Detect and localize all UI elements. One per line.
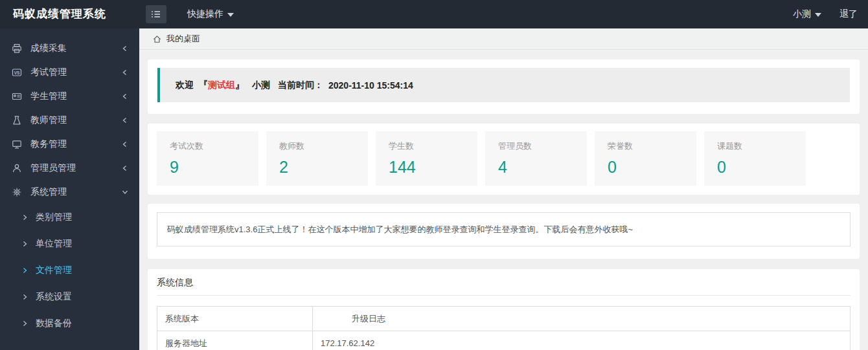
sidebar-subitem-unit-mgmt[interactable]: 单位管理 bbox=[0, 230, 139, 257]
sidebar-subitem-data-backup[interactable]: 数据备份 bbox=[0, 310, 139, 336]
sidebar-item-admin-mgmt[interactable]: 管理员管理 bbox=[0, 156, 139, 180]
vs-badge-icon: VS bbox=[12, 67, 22, 78]
sidebar-item-label: 成绩采集 bbox=[30, 43, 121, 54]
sidebar-subitem-label: 文件管理 bbox=[36, 265, 72, 276]
current-time-label: 当前时间： bbox=[278, 80, 323, 91]
stat-value: 2 bbox=[279, 158, 368, 177]
user-menu[interactable]: 小测 bbox=[793, 8, 821, 20]
quick-actions-label: 快捷操作 bbox=[187, 8, 223, 20]
stat-card-topic-count: 课题数 0 bbox=[704, 131, 806, 186]
sidebar-subitem-system-settings[interactable]: 系统设置 bbox=[0, 283, 139, 310]
stat-card-admin-count: 管理员数 4 bbox=[485, 131, 587, 186]
main-content: 我的桌面 欢迎 『 测试组 』 小测 当前时间： 2020-11-10 15:5… bbox=[139, 28, 868, 350]
sidebar-item-label: 系统管理 bbox=[30, 186, 121, 198]
home-icon bbox=[152, 34, 162, 44]
chevron-right-icon bbox=[21, 293, 29, 301]
sidebar-subitem-category-mgmt[interactable]: 类别管理 bbox=[0, 204, 139, 230]
id-card-icon bbox=[12, 91, 22, 102]
stat-label: 考试次数 bbox=[170, 140, 258, 152]
list-icon bbox=[150, 9, 162, 19]
row-value: 172.17.62.142 bbox=[313, 331, 851, 350]
stat-value: 0 bbox=[717, 158, 806, 177]
system-info-title: 系统信息 bbox=[157, 269, 851, 296]
bracket-open: 『 bbox=[199, 80, 208, 91]
quick-actions-menu[interactable]: 快捷操作 bbox=[187, 8, 234, 20]
stat-card-student-count: 学生数 144 bbox=[376, 131, 477, 186]
sidebar-toggle-button[interactable] bbox=[146, 5, 166, 23]
sidebar-item-label: 教师管理 bbox=[30, 115, 121, 126]
chevron-left-icon bbox=[121, 69, 129, 76]
bracket-close: 』 bbox=[235, 80, 244, 91]
sidebar-subitem-label: 类别管理 bbox=[36, 212, 72, 223]
stat-value: 144 bbox=[389, 158, 477, 177]
chevron-left-icon bbox=[121, 140, 129, 148]
caret-down-icon bbox=[815, 13, 821, 17]
sidebar-subitem-file-mgmt[interactable]: 文件管理 bbox=[0, 257, 139, 283]
announcement-box: 码蚁成绩管理系统v1.3.6正式上线了！在这个版本中增加了大家想要的教师登录查询… bbox=[157, 212, 851, 246]
announcement-panel: 码蚁成绩管理系统v1.3.6正式上线了！在这个版本中增加了大家想要的教师登录查询… bbox=[148, 204, 860, 259]
svg-text:VS: VS bbox=[14, 70, 20, 74]
sidebar-subitem-label: 单位管理 bbox=[36, 238, 72, 250]
printer-icon bbox=[12, 43, 22, 54]
stat-value: 9 bbox=[170, 158, 258, 177]
stats-panel: 考试次数 9 教师数 2 学生数 144 管理员数 4 荣誉数 0 课题数 0 bbox=[148, 124, 860, 195]
announcement-text: 码蚁成绩管理系统v1.3.6正式上线了！在这个版本中增加了大家想要的教师登录查询… bbox=[167, 224, 633, 235]
username-label: 小测 bbox=[793, 8, 811, 20]
topbar: 码蚁成绩管理系统 快捷操作 小测 退了 bbox=[0, 0, 868, 28]
stat-label: 荣誉数 bbox=[608, 140, 696, 152]
current-time-value: 2020-11-10 15:54:14 bbox=[328, 80, 413, 91]
row-value: 升级日志 bbox=[313, 307, 851, 331]
chevron-down-icon bbox=[121, 188, 129, 196]
stat-label: 管理员数 bbox=[498, 140, 587, 152]
table-row: 服务器地址 172.17.62.142 bbox=[157, 331, 851, 350]
sidebar-item-label: 学生管理 bbox=[30, 91, 121, 102]
chevron-left-icon bbox=[121, 164, 129, 172]
welcome-panel: 欢迎 『 测试组 』 小测 当前时间： 2020-11-10 15:54:14 bbox=[148, 60, 860, 114]
stat-value: 0 bbox=[608, 158, 696, 177]
sidebar: 成绩采集 VS 考试管理 学生管理 教师管理 bbox=[0, 28, 139, 350]
group-name: 测试组 bbox=[208, 80, 235, 91]
sidebar-item-academic-mgmt[interactable]: 教务管理 bbox=[0, 132, 139, 156]
system-info-panel: 系统信息 系统版本 升级日志 服务器地址 172.17.62.142 bbox=[148, 269, 860, 350]
chevron-right-icon bbox=[21, 213, 29, 221]
stat-label: 课题数 bbox=[717, 140, 806, 152]
sidebar-item-teacher-mgmt[interactable]: 教师管理 bbox=[0, 108, 139, 132]
sidebar-item-student-mgmt[interactable]: 学生管理 bbox=[0, 84, 139, 108]
user-icon bbox=[12, 163, 22, 173]
dress-icon bbox=[12, 115, 22, 126]
chevron-left-icon bbox=[121, 93, 129, 100]
breadcrumb-item-desktop[interactable]: 我的桌面 bbox=[166, 33, 200, 45]
system-info-table: 系统版本 升级日志 服务器地址 172.17.62.142 bbox=[157, 306, 851, 350]
welcome-message: 欢迎 『 测试组 』 小测 当前时间： 2020-11-10 15:54:14 bbox=[157, 68, 850, 102]
sidebar-item-exam-mgmt[interactable]: VS 考试管理 bbox=[0, 60, 139, 84]
stat-card-honor-count: 荣誉数 0 bbox=[595, 131, 696, 186]
chevron-right-icon bbox=[21, 240, 29, 248]
welcome-username: 小测 bbox=[252, 80, 270, 91]
sidebar-item-label: 考试管理 bbox=[30, 67, 121, 78]
logout-label: 退了 bbox=[839, 8, 858, 20]
stat-value: 4 bbox=[498, 158, 587, 177]
breadcrumb: 我的桌面 bbox=[139, 28, 868, 50]
logout-button[interactable]: 退了 bbox=[839, 8, 858, 20]
chevron-left-icon bbox=[121, 116, 129, 124]
chevron-right-icon bbox=[21, 267, 29, 274]
sidebar-item-score-collect[interactable]: 成绩采集 bbox=[0, 36, 139, 60]
gear-icon bbox=[12, 187, 22, 197]
sidebar-subitem-label: 系统设置 bbox=[36, 291, 72, 303]
welcome-prefix: 欢迎 bbox=[176, 80, 194, 91]
stat-label: 学生数 bbox=[389, 140, 477, 152]
sidebar-subitem-label: 数据备份 bbox=[36, 318, 72, 329]
sidebar-item-system-mgmt[interactable]: 系统管理 bbox=[0, 180, 139, 204]
sidebar-item-label: 教务管理 bbox=[30, 138, 121, 150]
row-key: 服务器地址 bbox=[157, 331, 313, 350]
chevron-right-icon bbox=[21, 320, 29, 327]
caret-down-icon bbox=[227, 13, 234, 17]
stat-label: 教师数 bbox=[279, 140, 368, 152]
stat-card-exam-count: 考试次数 9 bbox=[157, 131, 258, 186]
table-row: 系统版本 升级日志 bbox=[157, 307, 851, 331]
row-key: 系统版本 bbox=[157, 307, 313, 331]
stat-card-teacher-count: 教师数 2 bbox=[266, 131, 368, 186]
chevron-left-icon bbox=[121, 45, 129, 52]
sidebar-item-label: 管理员管理 bbox=[30, 162, 121, 174]
app-title: 码蚁成绩管理系统 bbox=[0, 0, 139, 28]
